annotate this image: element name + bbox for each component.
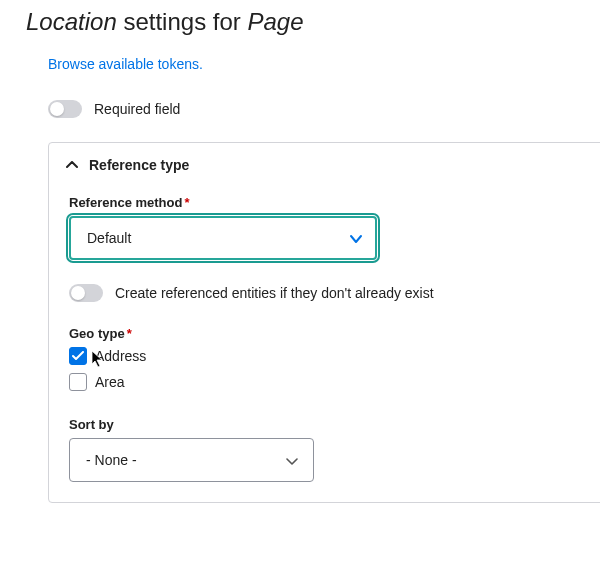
create-entities-toggle[interactable] [69, 284, 103, 302]
reference-method-select[interactable]: Default [69, 216, 377, 260]
reference-method-label: Reference method* [69, 195, 587, 210]
required-field-label: Required field [94, 101, 180, 117]
geo-type-area-checkbox[interactable] [69, 373, 87, 391]
create-entities-label: Create referenced entities if they don't… [115, 285, 434, 301]
page-title: Location settings for Page [0, 8, 600, 36]
geo-type-area-label: Area [95, 374, 125, 390]
required-marker: * [127, 326, 132, 341]
page-title-prefix: Location [26, 8, 117, 35]
reference-type-summary[interactable]: Reference type [49, 143, 600, 187]
reference-type-details: Reference type Reference method* Default [48, 142, 600, 503]
chevron-up-icon [65, 158, 79, 172]
geo-type-label: Geo type* [69, 326, 587, 341]
required-marker: * [184, 195, 189, 210]
sort-by-select[interactable]: - None - [69, 438, 314, 482]
page-title-middle: settings for [117, 8, 248, 35]
geo-type-address-checkbox[interactable] [69, 347, 87, 365]
browse-tokens-link[interactable]: Browse available tokens. [48, 56, 203, 72]
geo-type-address-label: Address [95, 348, 146, 364]
page-title-suffix: Page [247, 8, 303, 35]
reference-type-summary-label: Reference type [89, 157, 189, 173]
sort-by-label: Sort by [69, 417, 587, 432]
required-field-toggle[interactable] [48, 100, 82, 118]
